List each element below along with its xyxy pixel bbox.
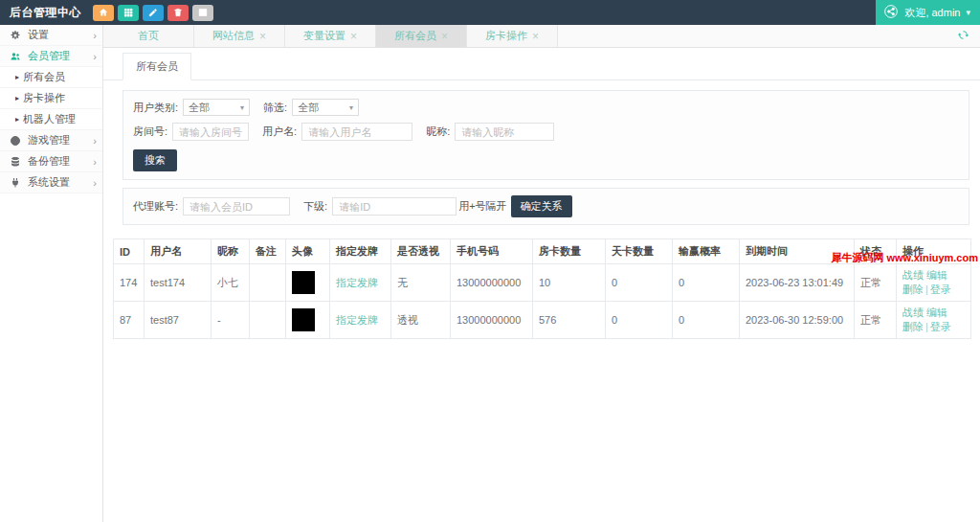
filter-value: 全部	[298, 101, 319, 115]
cell-win-rate: 0	[673, 302, 740, 339]
login-link[interactable]: 登录	[930, 321, 951, 332]
home-icon	[99, 6, 108, 20]
chevron-right-icon: ›	[93, 30, 97, 41]
cell-status: 正常	[855, 264, 897, 302]
table-button[interactable]	[192, 5, 213, 21]
close-icon[interactable]: ×	[259, 31, 266, 42]
chevron-right-icon: ›	[93, 51, 97, 62]
chevron-right-icon: ›	[93, 156, 97, 168]
edit-link[interactable]: 编辑	[926, 306, 947, 318]
agent-hint: 用+号隔开	[458, 199, 506, 214]
tab-all-members[interactable]: 所有会员 ×	[376, 25, 467, 47]
tab-label: 所有会员	[394, 29, 436, 43]
grid-icon	[123, 6, 133, 20]
main-content: 首页 网站信息 × 变量设置 × 所有会员 × 房卡操作 × 所有会员 用户类别…	[103, 25, 980, 522]
ops-line: 删除|登录	[902, 320, 965, 334]
avatar	[292, 271, 315, 294]
filter-row-inputs: 房间号: 用户名: 昵称:	[133, 123, 959, 141]
panel-tab-all-members[interactable]: 所有会员	[122, 53, 191, 80]
cell-expire: 2023-06-30 12:59:00	[740, 302, 855, 339]
caret-right-icon: ▸	[15, 115, 19, 124]
close-icon[interactable]: ×	[441, 31, 448, 42]
cell-id: 87	[114, 302, 145, 339]
record-link[interactable]: 战绩	[902, 306, 924, 318]
sidebar-subitem-label: 所有会员	[23, 70, 65, 84]
confirm-relation-button[interactable]: 确定关系	[511, 195, 572, 217]
caret-down-icon: ▾	[349, 103, 353, 112]
agent-account-input[interactable]	[183, 197, 290, 216]
close-icon[interactable]: ×	[532, 31, 539, 42]
cell-operations: 战绩 编辑 删除|登录	[897, 264, 971, 302]
delete-button[interactable]	[167, 5, 189, 21]
sidebar-item-system-settings[interactable]: 系统设置 ›	[0, 172, 102, 193]
sidebar-item-backup-mgmt[interactable]: 备份管理 ›	[0, 151, 102, 172]
tab-variable-settings[interactable]: 变量设置 ×	[285, 25, 376, 47]
pencil-icon	[148, 6, 158, 20]
user-menu[interactable]: 欢迎, admin ▾	[876, 0, 980, 25]
caret-right-icon: ▸	[15, 73, 19, 81]
tab-room-card-ops[interactable]: 房卡操作 ×	[467, 25, 558, 47]
user-type-label: 用户类别:	[133, 101, 178, 115]
sidebar-item-label: 系统设置	[28, 175, 93, 190]
chevron-right-icon: ›	[93, 135, 97, 147]
deal-link[interactable]: 指定发牌	[336, 277, 378, 288]
delete-link[interactable]: 删除	[902, 284, 924, 295]
nickname-input[interactable]	[455, 123, 554, 141]
subordinate-label: 下级:	[303, 199, 327, 214]
username-input[interactable]	[301, 123, 412, 141]
table-icon	[198, 6, 208, 20]
tab-site-info[interactable]: 网站信息 ×	[194, 25, 285, 47]
record-link[interactable]: 战绩	[902, 269, 924, 281]
col-header-win-rate: 输赢概率	[673, 239, 740, 264]
sidebar-subitem-label: 房卡操作	[23, 91, 65, 105]
agent-panel: 代理账号: 下级: 用+号隔开 确定关系	[122, 188, 969, 225]
cell-room-cards: 576	[533, 302, 606, 339]
refresh-button[interactable]	[946, 25, 980, 47]
subordinate-input[interactable]	[332, 197, 457, 216]
table-row: 87 test87 - 指定发牌 透视 13000000000 576 0 0 …	[114, 302, 971, 339]
delete-link[interactable]: 删除	[902, 321, 924, 332]
col-header-deal: 指定发牌	[330, 239, 391, 264]
edit-link[interactable]: 编辑	[926, 269, 947, 281]
filter-select[interactable]: 全部 ▾	[292, 99, 359, 116]
quick-buttons	[93, 5, 213, 21]
sidebar-item-all-members[interactable]: ▸ 所有会员	[0, 67, 102, 88]
cell-expire: 2023-06-23 13:01:49	[740, 264, 855, 302]
ops-separator: |	[925, 284, 928, 295]
search-button[interactable]: 搜索	[133, 149, 177, 171]
close-icon[interactable]: ×	[350, 31, 357, 42]
topbar: 后台管理中心 欢迎, admin ▾	[0, 0, 980, 25]
tab-home[interactable]: 首页	[103, 25, 194, 47]
sidebar-item-members[interactable]: 会员管理 ›	[0, 46, 102, 67]
caret-right-icon: ▸	[15, 94, 19, 102]
avatar	[292, 308, 315, 331]
share-icon	[883, 4, 899, 21]
sidebar-item-label: 游戏管理	[28, 133, 93, 148]
deal-link[interactable]: 指定发牌	[336, 314, 378, 326]
welcome-text: 欢迎, admin	[904, 6, 960, 20]
filter-panel: 用户类别: 全部 ▾ 筛选: 全部 ▾ 房间号: 用户名: 昵称: 搜索	[122, 90, 969, 180]
col-header-username: 用户名	[145, 239, 212, 264]
filter-label: 筛选:	[263, 101, 287, 115]
cell-room-cards: 10	[533, 264, 606, 302]
cell-remark	[250, 302, 286, 339]
refresh-icon	[957, 29, 969, 43]
sidebar-item-room-card-ops[interactable]: ▸ 房卡操作	[0, 88, 102, 109]
edit-button[interactable]	[143, 5, 164, 21]
cell-operations: 战绩 编辑 删除|登录	[897, 302, 971, 339]
cell-avatar	[286, 302, 330, 339]
col-header-avatar: 头像	[286, 239, 330, 264]
room-number-input[interactable]	[172, 123, 249, 141]
sidebar-item-game-mgmt[interactable]: 游戏管理 ›	[0, 130, 102, 151]
app-title: 后台管理中心	[0, 5, 93, 21]
ops-separator: |	[925, 321, 928, 332]
sidebar-item-settings[interactable]: 设置 ›	[0, 25, 102, 46]
tab-label: 房卡操作	[485, 29, 527, 43]
cell-perspective: 无	[391, 264, 451, 302]
col-header-id: ID	[114, 239, 145, 264]
grid-button[interactable]	[118, 5, 139, 21]
login-link[interactable]: 登录	[930, 284, 951, 295]
home-button[interactable]	[93, 5, 114, 21]
user-type-select[interactable]: 全部 ▾	[183, 99, 250, 116]
sidebar-item-robot-mgmt[interactable]: ▸ 机器人管理	[0, 109, 102, 130]
